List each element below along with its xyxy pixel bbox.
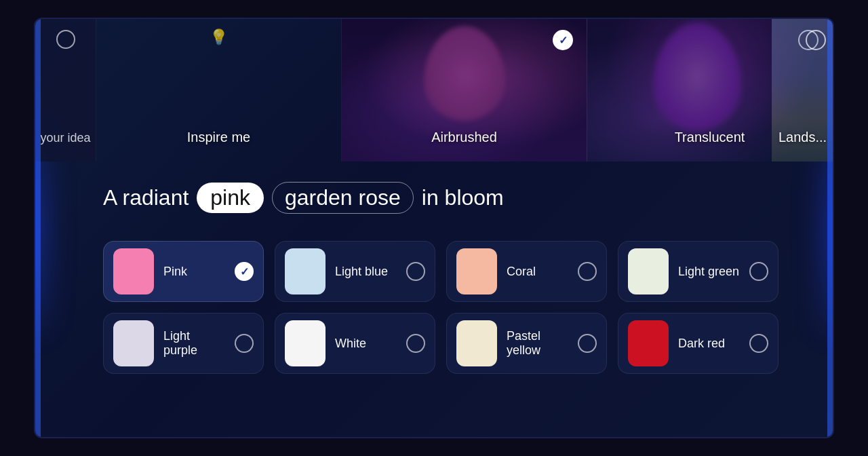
dark-red-label: Dark red <box>678 337 740 351</box>
light-blue-swatch <box>285 248 326 294</box>
phrase-highlighted[interactable]: pink <box>197 183 264 213</box>
light-purple-label: Light purple <box>163 329 225 358</box>
pink-radio[interactable] <box>235 262 254 281</box>
color-card-coral[interactable]: Coral <box>446 241 607 302</box>
translucent-label: Translucent <box>675 130 745 145</box>
light-green-swatch <box>628 248 669 294</box>
color-card-light-blue[interactable]: Light blue <box>275 241 435 302</box>
category-item-landscape[interactable]: Lands... <box>772 19 833 162</box>
pink-label: Pink <box>163 265 225 279</box>
light-green-label: Light green <box>678 265 740 279</box>
left-edge-glow <box>35 19 41 437</box>
category-item-your-idea[interactable]: your idea <box>35 19 96 162</box>
dark-red-radio[interactable] <box>749 334 768 353</box>
color-card-pastel-yellow[interactable]: Pastel yellow <box>446 313 607 374</box>
light-purple-radio[interactable] <box>235 334 254 353</box>
phrase-after: in bloom <box>422 185 504 210</box>
main-content: A radiant pink garden rose in bloom Pink… <box>35 162 833 394</box>
pastel-yellow-label: Pastel yellow <box>507 329 568 358</box>
pastel-yellow-swatch <box>456 320 497 366</box>
white-label: White <box>335 337 397 351</box>
color-card-light-green[interactable]: Light green <box>618 241 778 302</box>
airbrushed-label: Airbrushed <box>431 130 497 145</box>
pastel-yellow-radio[interactable] <box>578 334 597 353</box>
phrase-before: A radiant <box>103 185 189 210</box>
coral-label: Coral <box>507 265 568 279</box>
color-card-pink[interactable]: Pink <box>103 241 264 302</box>
right-edge-glow <box>827 19 833 437</box>
phrase-middle[interactable]: garden rose <box>272 182 414 214</box>
white-radio[interactable] <box>406 334 425 353</box>
color-grid: Pink Light blue Coral Light green <box>103 241 778 374</box>
coral-radio[interactable] <box>578 262 597 281</box>
light-green-radio[interactable] <box>749 262 768 281</box>
phrase-line: A radiant pink garden rose in bloom <box>103 182 778 214</box>
color-card-light-purple[interactable]: Light purple <box>103 313 264 374</box>
category-item-inspire-me[interactable]: 💡 Inspire me <box>96 19 342 162</box>
landscape-label: Lands... <box>778 130 827 145</box>
light-blue-label: Light blue <box>335 265 397 279</box>
white-swatch <box>285 320 326 366</box>
light-blue-radio[interactable] <box>406 262 425 281</box>
airbrushed-check-circle <box>553 30 573 50</box>
light-purple-swatch <box>113 320 154 366</box>
your-idea-circle-icon <box>56 30 75 49</box>
inspire-me-icon: 💡 <box>210 28 228 46</box>
dark-red-swatch <box>628 320 669 366</box>
category-bar: your idea 💡 Inspire me Airbrushed Transl… <box>35 19 833 162</box>
category-item-airbrushed[interactable]: Airbrushed <box>342 19 587 162</box>
your-idea-label: your idea <box>40 131 90 145</box>
color-card-dark-red[interactable]: Dark red <box>618 313 778 374</box>
color-card-white[interactable]: White <box>275 313 435 374</box>
inspire-me-label: Inspire me <box>187 130 250 145</box>
coral-swatch <box>456 248 497 294</box>
tv-screen: your idea 💡 Inspire me Airbrushed Transl… <box>34 18 834 438</box>
landscape-circle <box>806 30 826 50</box>
pink-swatch <box>113 248 154 294</box>
